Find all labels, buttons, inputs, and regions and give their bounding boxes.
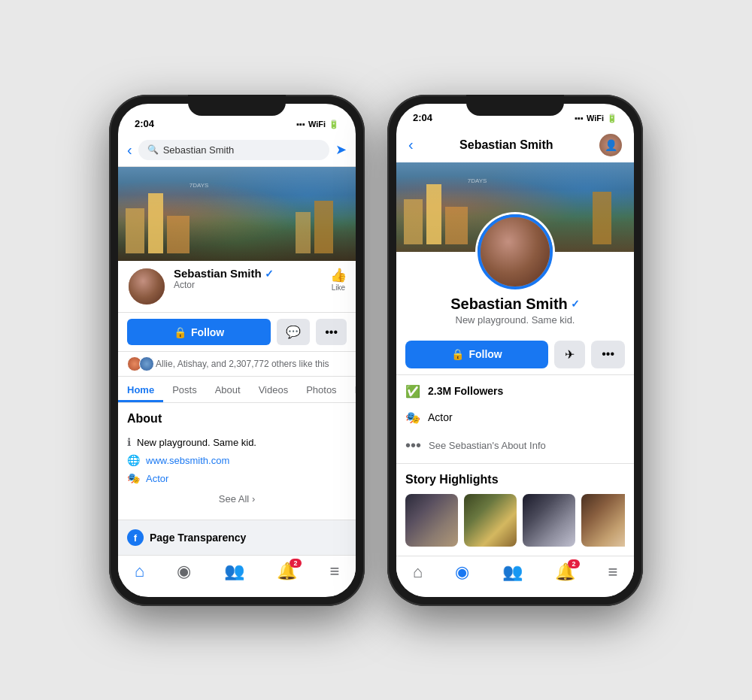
follow-button-1[interactable]: 🔒 Follow — [127, 319, 271, 345]
stat-about[interactable]: ••• See Sebastian's About Info — [405, 431, 625, 460]
notif-badge-2: 2 — [568, 559, 580, 568]
stat-followers: ✅ 2.3M Followers — [405, 378, 625, 405]
avatar-1 — [127, 267, 166, 306]
profile-icon-glyph: 👤 — [605, 139, 617, 151]
globe-icon-1: 🌐 — [127, 454, 140, 466]
job-icon-2: 🎭 — [405, 411, 420, 425]
followers-count: 2.3M Followers — [428, 385, 503, 397]
job-link-1[interactable]: Actor — [146, 473, 168, 484]
bnav-profile-2[interactable]: ◉ — [455, 562, 469, 582]
more-button-2[interactable]: ••• — [591, 341, 625, 368]
back-button-2[interactable]: ‹ — [408, 136, 414, 153]
bnav-notifications-2[interactable]: 🔔 2 — [555, 562, 575, 582]
stat-job: 🎭 Actor — [405, 405, 625, 431]
profile-bio-2: New playground. Same kid. — [408, 314, 622, 326]
followers-icon: ✅ — [405, 384, 420, 398]
verified-badge-1: ✓ — [265, 268, 274, 280]
highlights-section: Story Highlights — [396, 464, 634, 556]
see-all-1[interactable]: See All › — [127, 487, 347, 511]
about-section-1: About ℹ New playground. Same kid. 🌐 www.… — [118, 403, 356, 520]
cover-photo-1: 7DAYS — [118, 167, 356, 262]
search-icon-1: 🔍 — [147, 144, 159, 155]
about-website-item[interactable]: 🌐 www.sebsmith.com — [127, 451, 347, 469]
status-time-1: 2:04 — [135, 118, 154, 129]
stats-section-2: ✅ 2.3M Followers 🎭 Actor ••• See Sebasti… — [396, 374, 634, 464]
work-icon-1: 🎭 — [127, 472, 140, 484]
profile-subtitle-1: Actor — [174, 280, 323, 290]
tab-about-1[interactable]: About — [206, 377, 250, 402]
nav-profile-icon-2[interactable]: 👤 — [599, 134, 622, 156]
message-button-1[interactable]: 💬 — [277, 319, 310, 345]
profile-section-1: Sebastian Smith ✓ Actor 👍 Like — [118, 261, 356, 313]
website-link-1[interactable]: www.sebsmith.com — [146, 455, 229, 466]
nav-bar-1: ‹ 🔍 Sebastian Smith ➤ — [118, 134, 356, 167]
phone-1: 2:04 ▪▪▪ WiFi 🔋 ‹ 🔍 Sebastian Smith ➤ — [109, 95, 365, 606]
follow-button-2[interactable]: 🔒 Follow — [405, 341, 548, 368]
profile-info-1: Sebastian Smith ✓ Actor — [174, 267, 323, 290]
wifi-icon-2: WiFi — [587, 114, 604, 123]
phone-1-screen: 2:04 ▪▪▪ WiFi 🔋 ‹ 🔍 Sebastian Smith ➤ — [118, 104, 356, 597]
highlights-row — [405, 494, 625, 547]
info-icon-1: ℹ — [127, 436, 131, 448]
notif-badge-1: 2 — [290, 559, 302, 568]
search-bar-1[interactable]: 🔍 Sebastian Smith — [138, 140, 329, 160]
cover-photo-2: 7DAYS — [396, 162, 634, 252]
highlight-4[interactable] — [581, 494, 625, 547]
bnav-notifications-1[interactable]: 🔔 2 — [277, 562, 297, 581]
avatar-face-1 — [129, 268, 165, 305]
cover-bg-1: 7DAYS — [118, 167, 356, 262]
tab-videos-1[interactable]: Videos — [250, 377, 298, 402]
nav-title-2: Sebastian Smith — [459, 138, 553, 152]
status-icons-2: ▪▪▪ WiFi 🔋 — [575, 114, 617, 123]
thumbs-up-icon: 👍 — [330, 267, 347, 283]
message-button-2[interactable]: ✈ — [554, 341, 585, 368]
tab-posts-1[interactable]: Posts — [163, 377, 206, 402]
verified-badge-2: ✓ — [571, 298, 580, 310]
wifi-icon-1: WiFi — [308, 120, 326, 129]
tab-home-1[interactable]: Home — [118, 377, 163, 402]
action-buttons-1: 🔒 Follow 💬 ••• — [118, 313, 356, 352]
back-button-1[interactable]: ‹ — [127, 141, 132, 159]
action-buttons-2: 🔒 Follow ✈ ••• — [396, 335, 634, 374]
more-info-icon: ••• — [405, 437, 421, 454]
highlight-3[interactable] — [523, 494, 575, 547]
notch-1 — [188, 95, 286, 116]
lock-icon-1: 🔒 — [174, 326, 186, 338]
fb-icon-1: f — [127, 529, 144, 546]
bnav-menu-1[interactable]: ≡ — [329, 562, 339, 581]
bottom-nav-2: ⌂ ◉ 👥 🔔 2 ≡ — [396, 556, 634, 597]
highlight-2[interactable] — [464, 494, 517, 547]
battery-icon-2: 🔋 — [607, 114, 617, 123]
like-button-1[interactable]: 👍 Like — [330, 267, 347, 292]
see-about-link[interactable]: See Sebastian's About Info — [429, 440, 546, 451]
battery-icon-1: 🔋 — [329, 120, 339, 129]
avatar-face-2 — [481, 217, 550, 286]
profile-info-2: Sebastian Smith ✓ New playground. Same k… — [396, 295, 634, 335]
about-title-1: About — [127, 412, 347, 426]
like-avatars-1 — [127, 356, 151, 371]
avatar-2 — [478, 214, 553, 289]
bnav-profile-1[interactable]: ◉ — [177, 562, 191, 581]
tab-photos-1[interactable]: Photos — [297, 377, 345, 402]
bnav-groups-2[interactable]: 👥 — [502, 562, 523, 582]
nav-bar-2: ‹ Sebastian Smith 👤 — [396, 128, 634, 162]
bnav-home-2[interactable]: ⌂ — [413, 562, 423, 582]
phone-2-screen: 2:04 ▪▪▪ WiFi 🔋 ‹ Sebastian Smith 👤 — [396, 104, 634, 597]
status-time-2: 2:04 — [413, 112, 432, 123]
lock-icon-2: 🔒 — [451, 348, 464, 360]
see-all-arrow-1: › — [252, 493, 255, 505]
transparency-section-1: f Page Transparency — [118, 520, 356, 555]
highlights-title: Story Highlights — [405, 473, 625, 486]
share-button-1[interactable]: ➤ — [335, 141, 347, 158]
bnav-groups-1[interactable]: 👥 — [224, 562, 244, 581]
tab-events-1[interactable]: Eve — [346, 377, 356, 402]
more-button-1[interactable]: ••• — [316, 319, 347, 345]
like-avatar-2 — [139, 356, 154, 371]
notch-2 — [466, 95, 564, 116]
profile-name-2: Sebastian Smith ✓ — [408, 295, 622, 313]
phones-container: 2:04 ▪▪▪ WiFi 🔋 ‹ 🔍 Sebastian Smith ➤ — [109, 95, 643, 606]
bnav-menu-2[interactable]: ≡ — [608, 562, 617, 582]
bnav-home-1[interactable]: ⌂ — [135, 562, 144, 581]
highlight-1[interactable] — [405, 494, 458, 547]
avatar-container-2 — [478, 214, 553, 289]
